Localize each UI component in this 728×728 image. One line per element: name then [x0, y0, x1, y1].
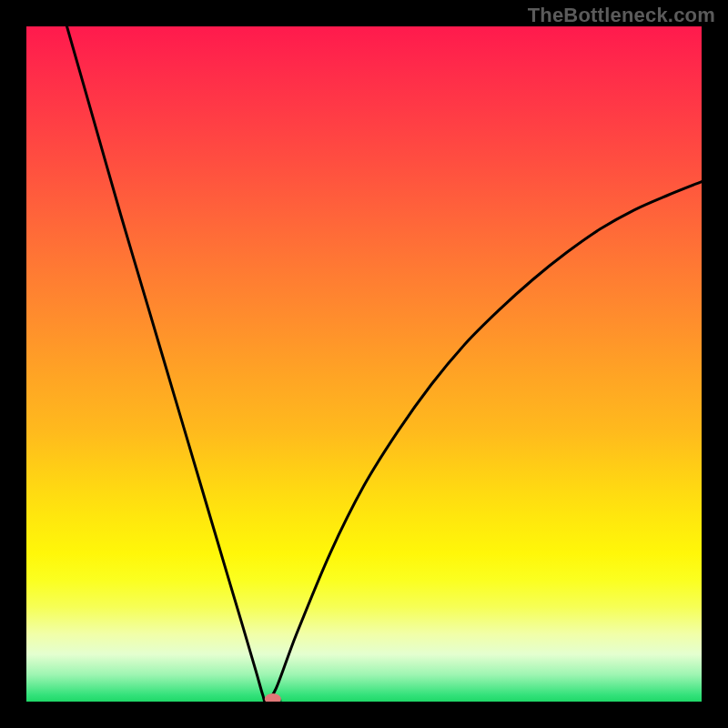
chart-stage: TheBottleneck.com: [0, 0, 728, 728]
chart-svg: [26, 26, 702, 702]
plot-area: [26, 26, 702, 702]
watermark-text: TheBottleneck.com: [528, 4, 715, 27]
valley-marker: [265, 693, 281, 702]
bottleneck-curve: [67, 26, 702, 702]
